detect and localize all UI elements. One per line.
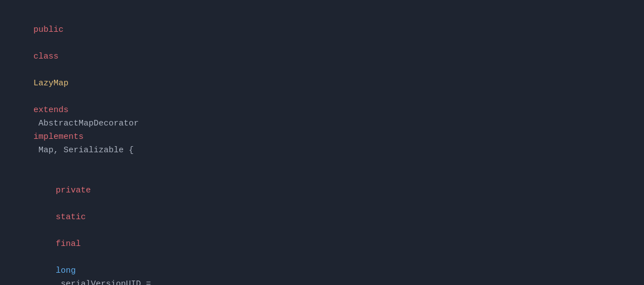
code-viewer: public class LazyMap extends AbstractMap… (0, 0, 644, 285)
keyword-extends: extends (33, 105, 69, 115)
line-serial-uid: private static final long serialVersionU… (13, 171, 631, 285)
keyword-final: final (56, 239, 81, 249)
keyword-static: static (56, 212, 86, 222)
keyword-implements: implements (33, 132, 84, 142)
type-long: long (56, 266, 76, 276)
line-class-decl: public class LazyMap extends AbstractMap… (13, 10, 631, 171)
class-name: LazyMap (33, 79, 69, 88)
keyword-public: public (33, 25, 64, 35)
keyword-class: class (33, 52, 58, 61)
keyword-private: private (56, 186, 91, 195)
